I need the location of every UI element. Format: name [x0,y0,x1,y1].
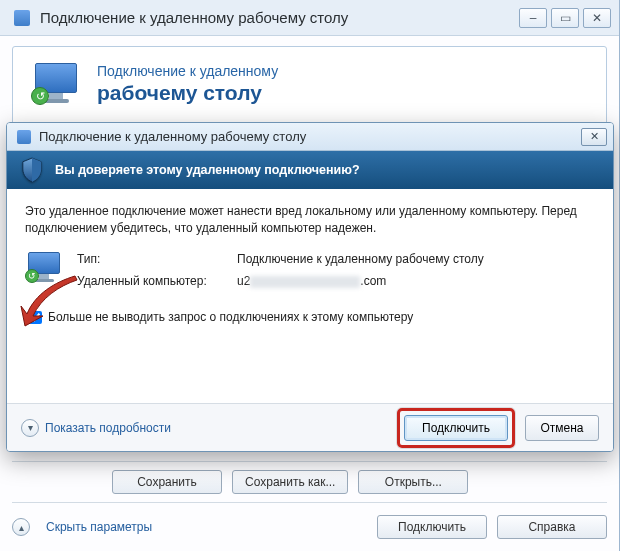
label-type: Тип: [77,251,237,268]
main-window-title: Подключение к удаленному рабочему столу [40,9,348,26]
label-remote: Удаленный компьютер: [77,273,237,290]
hide-params-link[interactable]: Скрыть параметры [46,520,367,534]
dont-ask-again-checkbox[interactable] [29,311,42,324]
main-bottom-area: Сохранить Сохранить как... Открыть... ▴ … [12,461,607,539]
rdp-monitor-icon: ↺ [31,61,83,107]
dialog-connect-button[interactable]: Подключить [404,415,508,441]
show-details-link[interactable]: ▾ Показать подробности [21,419,171,437]
dialog-title: Подключение к удаленному рабочему столу [39,129,306,144]
shield-icon [21,157,43,183]
details-label: Показать подробности [45,421,171,435]
header-line2: рабочему столу [97,81,278,105]
close-button[interactable]: ✕ [583,8,611,28]
dialog-banner: Вы доверяете этому удаленному подключени… [7,151,613,189]
warning-message: Это удаленное подключение может нанести … [25,203,595,237]
redacted-hostname [250,276,360,288]
main-header-text: Подключение к удаленному рабочему столу [97,63,278,105]
save-as-button[interactable]: Сохранить как... [232,470,348,494]
rdp-app-icon [14,10,30,26]
main-connect-button[interactable]: Подключить [377,515,487,539]
info-grid: Тип: Подключение к удаленному рабочему с… [77,251,557,291]
trust-connection-dialog: Подключение к удаленному рабочему столу … [6,122,614,452]
rdp-monitor-icon: ↺ [25,251,65,287]
footer-button-row: ▴ Скрыть параметры Подключить Справка [12,502,607,539]
connection-info: ↺ Тип: Подключение к удаленному рабочему… [25,251,595,291]
main-header-panel: ↺ Подключение к удаленному рабочему стол… [12,46,607,126]
dont-ask-again-row[interactable]: Больше не выводить запрос о подключениях… [25,308,595,327]
dialog-footer: ▾ Показать подробности Подключить Отмена [7,403,613,451]
banner-text: Вы доверяете этому удаленному подключени… [55,163,360,177]
header-line1: Подключение к удаленному [97,63,278,79]
chevron-up-icon[interactable]: ▴ [12,518,30,536]
save-button[interactable]: Сохранить [112,470,222,494]
dialog-titlebar: Подключение к удаленному рабочему столу … [7,123,613,151]
maximize-button[interactable]: ▭ [551,8,579,28]
minimize-button[interactable]: – [519,8,547,28]
dialog-cancel-button[interactable]: Отмена [525,415,599,441]
checkbox-label: Больше не выводить запрос о подключениях… [48,309,413,326]
open-button[interactable]: Открыть... [358,470,468,494]
annotation-highlight: Подключить [397,408,515,448]
value-remote: u2.com [237,273,557,290]
main-titlebar: Подключение к удаленному рабочему столу … [0,0,619,36]
dialog-body: Это удаленное подключение может нанести … [7,189,613,327]
chevron-down-icon: ▾ [21,419,39,437]
value-type: Подключение к удаленному рабочему столу [237,251,557,268]
help-button[interactable]: Справка [497,515,607,539]
settings-button-row: Сохранить Сохранить как... Открыть... [12,461,607,502]
dialog-close-button[interactable]: ✕ [581,128,607,146]
rdp-app-icon [17,130,31,144]
